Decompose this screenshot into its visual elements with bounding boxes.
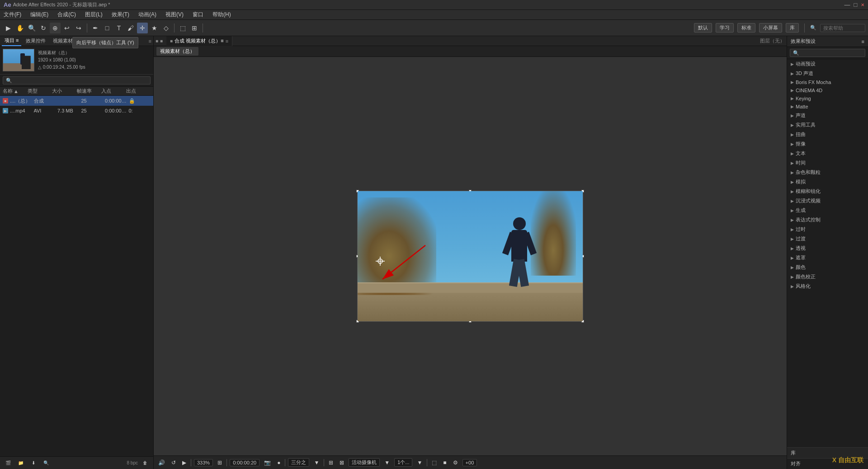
camera-btn[interactable]: ▼ bbox=[382, 459, 392, 467]
zoom-display[interactable]: 333% bbox=[194, 459, 213, 466]
effect-cat-3d[interactable]: ▶ 3D 声道 bbox=[787, 69, 868, 78]
loop-btn[interactable]: ↺ bbox=[170, 459, 178, 467]
effect-cat-matte[interactable]: ▶ Matte bbox=[787, 103, 868, 111]
effect-cat-immersive[interactable]: ▶ 沉浸式视频 bbox=[787, 196, 868, 206]
effect-cat-expr-ctrl[interactable]: ▶ 表达式控制 bbox=[787, 215, 868, 225]
effect-cat-noise[interactable]: ▶ 杂色和颗粒 bbox=[787, 168, 868, 177]
effects-search-input[interactable] bbox=[790, 49, 865, 57]
tool-brush[interactable]: 🖌 bbox=[125, 23, 136, 33]
col-out[interactable]: 出点 bbox=[126, 88, 151, 94]
effect-cat-audio[interactable]: ▶ 声道 bbox=[787, 111, 868, 120]
menu-animation[interactable]: 动画(A) bbox=[137, 11, 158, 19]
menu-window[interactable]: 窗口 bbox=[191, 11, 205, 19]
grid-btn[interactable]: ⊞ bbox=[327, 459, 335, 467]
tool-puppet[interactable]: ★ bbox=[149, 23, 160, 33]
effects-menu[interactable]: ≡ bbox=[862, 39, 864, 44]
effect-cat-transition[interactable]: ▶ 过渡 bbox=[787, 234, 868, 244]
title-bar-controls[interactable]: — □ × bbox=[844, 1, 864, 8]
mode-display[interactable]: 三分之 bbox=[288, 458, 309, 467]
new-folder-btn[interactable]: 📁 bbox=[15, 458, 26, 469]
menu-layer[interactable]: 图层(L) bbox=[83, 11, 104, 19]
menu-edit[interactable]: 编辑(E) bbox=[28, 11, 50, 19]
minimize-button[interactable]: — bbox=[844, 1, 850, 8]
btn-library[interactable]: 库 bbox=[786, 23, 799, 33]
time-display[interactable]: 0:00:00:20 bbox=[230, 459, 259, 466]
tool-align[interactable]: ⊞ bbox=[189, 23, 200, 33]
tool-redo[interactable]: ↪ bbox=[73, 23, 84, 33]
col-type[interactable]: 类型 bbox=[28, 88, 52, 94]
effect-cat-cinema4d[interactable]: ▶ CINEMA 4D bbox=[787, 86, 868, 94]
tab-close[interactable]: ≡ bbox=[226, 38, 228, 44]
tool-rect[interactable]: □ bbox=[102, 23, 113, 33]
tool-anchor[interactable]: ✛ bbox=[137, 23, 148, 33]
3d-btn[interactable]: ⬚ bbox=[430, 459, 439, 467]
menu-help[interactable]: 帮助(H) bbox=[211, 11, 233, 19]
views-display[interactable]: 1个... bbox=[394, 458, 412, 467]
effect-cat-mask[interactable]: ▶ 遮罩 bbox=[787, 253, 868, 263]
list-item[interactable]: ▶ ....mp4 AVI 7.3 MB 25 0:00:00:00 0: bbox=[0, 106, 153, 116]
effect-cat-blur[interactable]: ▶ 模糊和锐化 bbox=[787, 187, 868, 196]
effect-cat-key[interactable]: ▶ 抠像 bbox=[787, 139, 868, 149]
effect-cat-keying[interactable]: ▶ Keying bbox=[787, 94, 868, 103]
effect-cat-sim[interactable]: ▶ 模拟 bbox=[787, 177, 868, 187]
mode-btn[interactable]: ▼ bbox=[312, 459, 321, 467]
tool-rotate[interactable]: ↻ bbox=[38, 23, 49, 33]
effect-cat-perspective[interactable]: ▶ 透视 bbox=[787, 244, 868, 253]
panel-menu-icon[interactable]: ≡ bbox=[149, 38, 151, 44]
btn-standard[interactable]: 标准 bbox=[737, 23, 755, 33]
search-btn[interactable]: 🔍 bbox=[41, 458, 52, 469]
tab-menu-icon[interactable]: ■ bbox=[156, 38, 158, 43]
help-search-input[interactable] bbox=[820, 24, 865, 32]
tool-move[interactable]: ⊕ bbox=[50, 23, 61, 33]
col-size[interactable]: 大小 bbox=[52, 88, 77, 94]
tab-project[interactable]: 项目 ≡ bbox=[2, 36, 21, 46]
camera-display[interactable]: 活动摄像机 bbox=[349, 458, 380, 467]
btn-small-screen[interactable]: 小屏幕 bbox=[759, 23, 782, 33]
effect-cat-stylize[interactable]: ▶ 风格化 bbox=[787, 281, 868, 291]
effect-cat-color[interactable]: ▶ 颜色 bbox=[787, 263, 868, 272]
tab-effects-controls[interactable]: 效果控件 bbox=[23, 36, 48, 46]
tool-zoom[interactable]: 🔍 bbox=[26, 23, 37, 33]
list-item[interactable]: ■ ....（总） 合成 25 0:00:00:00 🔒 bbox=[0, 96, 153, 106]
effect-cat-text[interactable]: ▶ 文本 bbox=[787, 149, 868, 158]
btn-learn[interactable]: 学习 bbox=[716, 23, 734, 33]
delete-btn[interactable]: 🗑 bbox=[140, 458, 151, 469]
tool-camera[interactable]: ⬚ bbox=[177, 23, 188, 33]
effect-cat-utility[interactable]: ▶ 实用工具 bbox=[787, 120, 868, 130]
menu-view[interactable]: 视图(V) bbox=[164, 11, 185, 19]
btn-default[interactable]: 默认 bbox=[694, 23, 712, 33]
close-button[interactable]: × bbox=[861, 1, 864, 8]
views-btn[interactable]: ▼ bbox=[415, 459, 424, 467]
effect-cat-boris[interactable]: ▶ Boris FX Mocha bbox=[787, 78, 868, 86]
tool-select[interactable]: ▶ bbox=[3, 23, 14, 33]
pixel-btn[interactable]: ■ bbox=[441, 459, 448, 467]
play-audio-btn[interactable]: 🔊 bbox=[156, 459, 167, 467]
effect-cat-distort[interactable]: ▶ 扭曲 bbox=[787, 130, 868, 139]
col-fps[interactable]: 帧速率 bbox=[77, 88, 102, 94]
col-name[interactable]: 名称 ▲ bbox=[3, 88, 28, 94]
comp-tab-main[interactable]: ■ 合成 视频素材（总）≡ ≡ bbox=[166, 36, 232, 46]
show-channel-btn[interactable]: ● bbox=[275, 459, 282, 467]
overlay-btn[interactable]: ⊠ bbox=[338, 459, 346, 467]
effect-cat-time[interactable]: ▶ 时间 bbox=[787, 158, 868, 168]
render-btn[interactable]: ▶ bbox=[180, 459, 188, 467]
fit-btn[interactable]: ⊞ bbox=[216, 459, 224, 467]
effect-cat-animation-preset[interactable]: ▶ 动画预设 bbox=[787, 59, 868, 69]
view-tab-footage[interactable]: 视频素材（总） bbox=[156, 47, 198, 56]
menu-file[interactable]: 文件(F) bbox=[2, 11, 23, 19]
project-search-input[interactable] bbox=[3, 76, 151, 84]
tool-pen[interactable]: ✒ bbox=[90, 23, 101, 33]
tool-text[interactable]: T bbox=[113, 23, 124, 33]
menu-composition[interactable]: 合成(C) bbox=[56, 11, 78, 19]
maximize-button[interactable]: □ bbox=[854, 1, 858, 8]
snapshot-btn[interactable]: 📷 bbox=[262, 459, 273, 467]
effect-cat-color-correct[interactable]: ▶ 颜色校正 bbox=[787, 272, 868, 281]
tool-shape[interactable]: ◇ bbox=[160, 23, 171, 33]
tool-undo[interactable]: ↩ bbox=[61, 23, 72, 33]
col-in[interactable]: 入点 bbox=[101, 88, 126, 94]
menu-effects[interactable]: 效果(T) bbox=[110, 11, 131, 19]
import-btn[interactable]: ⬇ bbox=[28, 458, 39, 469]
tool-hand[interactable]: ✋ bbox=[14, 23, 25, 33]
effect-cat-obsolete[interactable]: ▶ 过时 bbox=[787, 225, 868, 234]
new-comp-btn[interactable]: 🎬 bbox=[3, 458, 14, 469]
